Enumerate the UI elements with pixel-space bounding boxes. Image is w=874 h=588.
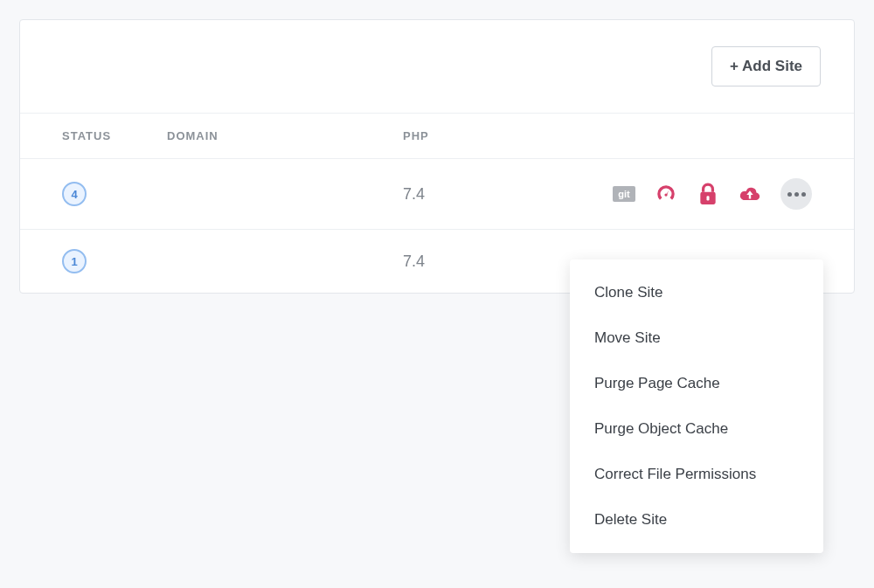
svg-rect-4 [706,196,709,200]
lock-icon[interactable] [697,183,719,205]
dropdown-item-delete-site[interactable]: Delete Site [570,497,823,543]
php-version: 7.4 [403,185,425,203]
more-menu-button[interactable] [780,178,812,210]
dropdown-item-move-site[interactable]: Move Site [570,315,823,361]
add-site-button[interactable]: + Add Site [711,46,821,86]
cloud-upload-icon[interactable] [739,183,761,205]
sites-panel: + Add Site STATUS DOMAIN PHP 4 7.4 [19,19,855,294]
speed-icon[interactable] [655,183,677,205]
table-row: 4 7.4 git [20,159,854,230]
status-badge[interactable]: 1 [62,249,87,273]
git-icon[interactable]: git [613,183,635,205]
col-header-status: STATUS [62,129,167,142]
more-dropdown: Clone Site Move Site Purge Page Cache Pu… [570,259,823,553]
svg-point-2 [664,193,667,196]
status-count: 4 [71,188,77,201]
table-header: STATUS DOMAIN PHP [20,114,854,159]
dropdown-item-purge-page-cache[interactable]: Purge Page Cache [570,361,823,406]
dropdown-item-clone-site[interactable]: Clone Site [570,270,823,315]
dropdown-item-purge-object-cache[interactable]: Purge Object Cache [570,406,823,452]
col-header-php: PHP [403,129,543,142]
status-count: 1 [71,255,77,268]
php-version: 7.4 [403,252,425,270]
col-header-domain: DOMAIN [167,129,403,142]
panel-header: + Add Site [20,20,854,114]
more-icon [787,192,806,197]
dropdown-item-correct-file-permissions[interactable]: Correct File Permissions [570,452,823,497]
svg-text:git: git [618,189,630,199]
status-badge[interactable]: 4 [62,182,87,206]
